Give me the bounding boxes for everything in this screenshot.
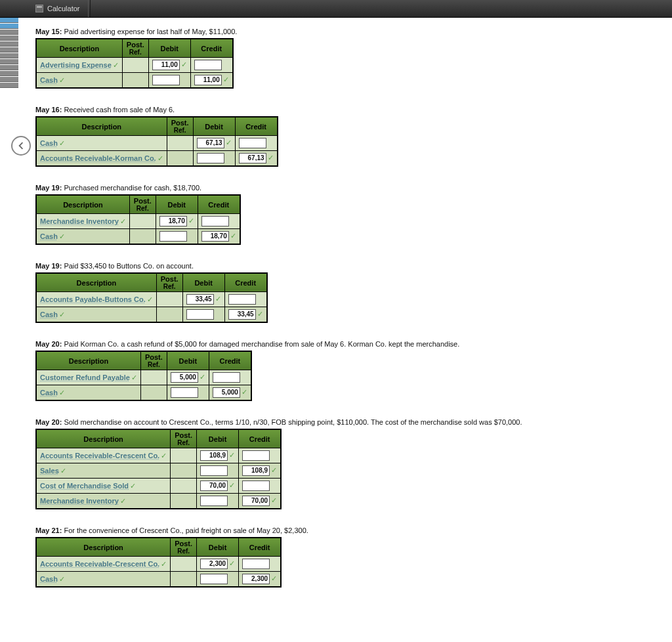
rail-tab[interactable]	[0, 30, 18, 35]
debit-cell[interactable]	[193, 151, 235, 167]
postref-cell[interactable]	[167, 151, 193, 167]
postref-cell[interactable]	[129, 229, 156, 245]
credit-cell[interactable]: 108,9✓	[239, 463, 282, 479]
amount-input[interactable]	[194, 60, 222, 70]
rail-tab[interactable]	[0, 53, 18, 58]
debit-cell[interactable]: 70,00✓	[197, 479, 239, 494]
postref-cell[interactable]	[156, 292, 182, 307]
debit-cell[interactable]	[197, 463, 239, 479]
rail-tab[interactable]	[0, 47, 18, 53]
debit-cell[interactable]	[148, 73, 190, 89]
postref-cell[interactable]	[122, 58, 148, 73]
account-cell[interactable]: Sales✓	[36, 463, 171, 479]
account-cell[interactable]: Accounts Payable-Buttons Co.✓	[36, 292, 156, 307]
debit-cell[interactable]: 5,000✓	[167, 370, 209, 385]
credit-cell[interactable]: 11,00✓	[190, 73, 233, 89]
credit-cell[interactable]: 2,300✓	[239, 572, 282, 588]
credit-cell[interactable]: 33,45✓	[224, 307, 267, 323]
amount-input[interactable]	[159, 231, 187, 242]
postref-cell[interactable]	[140, 385, 167, 401]
amount-input[interactable]: 18,70	[201, 231, 229, 242]
amount-input[interactable]	[213, 372, 240, 383]
debit-cell[interactable]: 11,00✓	[148, 58, 190, 73]
amount-input[interactable]: 33,45	[228, 309, 256, 320]
rail-tab[interactable]	[0, 41, 18, 47]
collapse-left-button[interactable]	[11, 136, 31, 156]
account-cell[interactable]: Cash✓	[36, 385, 140, 401]
amount-input[interactable]	[242, 450, 270, 461]
postref-cell[interactable]	[122, 73, 148, 89]
debit-cell[interactable]: 108,9✓	[197, 448, 239, 463]
account-cell[interactable]: Accounts Receivable-Korman Co.✓	[36, 151, 167, 167]
amount-input[interactable]: 18,70	[159, 216, 187, 226]
account-cell[interactable]: Accounts Receivable-Crescent Co.✓	[36, 557, 171, 572]
rail-tab[interactable]	[0, 24, 18, 29]
credit-cell[interactable]	[239, 479, 282, 494]
postref-cell[interactable]	[167, 136, 193, 151]
credit-cell[interactable]	[239, 448, 282, 463]
amount-input[interactable]	[242, 481, 270, 491]
account-cell[interactable]: Merchandise Inventory✓	[36, 494, 171, 509]
debit-cell[interactable]	[197, 572, 239, 588]
account-cell[interactable]: Customer Refund Payable✓	[36, 370, 140, 385]
amount-input[interactable]	[200, 496, 228, 506]
rail-tab[interactable]	[0, 83, 18, 88]
account-cell[interactable]: Cash✓	[36, 572, 171, 588]
debit-cell[interactable]	[167, 385, 209, 401]
amount-input[interactable]: 67,13	[239, 153, 266, 163]
amount-input[interactable]: 11,00	[152, 60, 180, 70]
amount-input[interactable]	[228, 294, 256, 305]
postref-cell[interactable]	[171, 463, 197, 479]
amount-input[interactable]	[242, 559, 270, 569]
amount-input[interactable]: 70,00	[200, 481, 228, 491]
credit-cell[interactable]: 67,13✓	[235, 151, 278, 167]
postref-cell[interactable]	[171, 572, 197, 588]
amount-input[interactable]	[200, 574, 228, 584]
credit-cell[interactable]	[224, 292, 267, 307]
rail-tab[interactable]	[0, 59, 18, 64]
postref-cell[interactable]	[129, 214, 156, 229]
debit-cell[interactable]	[156, 229, 198, 245]
debit-cell[interactable]: 2,300✓	[197, 557, 239, 572]
amount-input[interactable]: 5,000	[171, 372, 198, 383]
rail-tab[interactable]	[0, 18, 18, 23]
credit-cell[interactable]	[235, 136, 278, 151]
rail-tab[interactable]	[0, 71, 18, 76]
account-cell[interactable]: Merchandise Inventory✓	[36, 214, 129, 229]
account-cell[interactable]: Cash✓	[36, 229, 129, 245]
credit-cell[interactable]: 18,70✓	[198, 229, 240, 245]
credit-cell[interactable]	[198, 214, 240, 229]
calculator-button[interactable]: Calculator	[28, 0, 89, 17]
amount-input[interactable]	[152, 75, 180, 85]
amount-input[interactable]: 70,00	[242, 496, 270, 506]
amount-input[interactable]	[197, 153, 224, 163]
postref-cell[interactable]	[171, 494, 197, 509]
amount-input[interactable]: 33,45	[186, 294, 214, 305]
amount-input[interactable]: 67,13	[197, 138, 224, 148]
rail-tab[interactable]	[0, 35, 18, 41]
postref-cell[interactable]	[171, 448, 197, 463]
postref-cell[interactable]	[171, 479, 197, 494]
amount-input[interactable]	[239, 138, 266, 148]
credit-cell[interactable]	[239, 557, 282, 572]
account-cell[interactable]: Advertising Expense✓	[36, 58, 122, 73]
postref-cell[interactable]	[140, 370, 167, 385]
account-cell[interactable]: Cash✓	[36, 136, 167, 151]
amount-input[interactable]: 2,300	[200, 559, 228, 569]
amount-input[interactable]: 11,00	[194, 75, 222, 85]
amount-input[interactable]: 108,9	[242, 465, 270, 476]
amount-input[interactable]	[171, 387, 198, 398]
amount-input[interactable]: 2,300	[242, 574, 270, 584]
debit-cell[interactable]: 18,70✓	[156, 214, 198, 229]
account-cell[interactable]: Cost of Merchandise Sold✓	[36, 479, 171, 494]
amount-input[interactable]	[200, 465, 228, 476]
debit-cell[interactable]	[182, 307, 224, 323]
postref-cell[interactable]	[171, 557, 197, 572]
amount-input[interactable]: 108,9	[200, 450, 228, 461]
debit-cell[interactable]	[197, 494, 239, 509]
credit-cell[interactable]: 70,00✓	[239, 494, 282, 509]
credit-cell[interactable]	[209, 370, 251, 385]
amount-input[interactable]: 5,000	[213, 387, 240, 398]
account-cell[interactable]: Accounts Receivable-Crescent Co.✓	[36, 448, 171, 463]
account-cell[interactable]: Cash✓	[36, 307, 156, 323]
